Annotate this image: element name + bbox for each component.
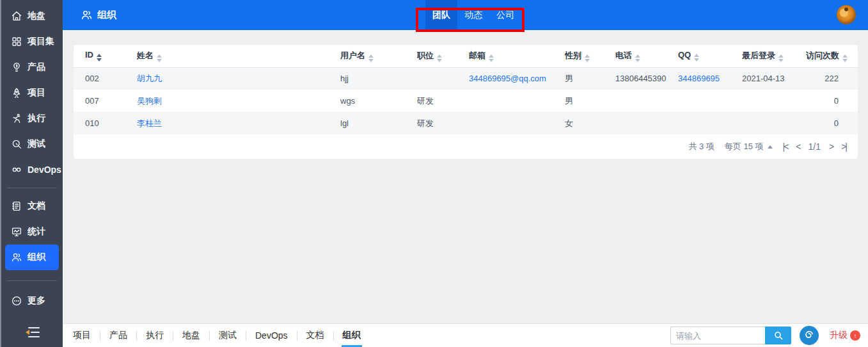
sidebar: 地盘 项目集 产品 项目 执行 [0,0,63,347]
tab-dynamics[interactable]: 动态 [457,0,489,30]
cell-id: 010 [74,112,137,134]
cell-visits: 0 [806,112,858,134]
col-header-username[interactable]: 用户名 [340,45,417,67]
program-grid-icon [10,36,22,48]
bottom-tab-execution[interactable]: 执行 [137,324,173,347]
email-link[interactable]: 344869695@qq.com [469,74,546,83]
cell-phone [615,90,678,112]
cell-qq [678,90,742,112]
sidebar-item-programs[interactable]: 项目集 [1,29,63,54]
col-header-qq[interactable]: QQ [678,45,742,67]
zentao-logo-icon[interactable] [800,326,819,345]
more-ellipsis-icon [10,295,22,307]
devops-infinity-icon [10,164,22,176]
sidebar-item-product[interactable]: 产品 [1,54,63,80]
header-tabs: 团队 动态 公司 [425,0,521,30]
team-table: ID 姓名 用户名 职位 邮箱 性别 电话 QQ 最后登录 访问次数 002 [74,45,858,134]
home-icon [10,10,22,22]
sidebar-item-doc[interactable]: 文档 [1,193,63,219]
sidebar-item-devops[interactable]: DevOps [1,157,63,182]
col-header-gender[interactable]: 性别 [565,45,615,67]
cell-position [417,67,469,90]
cell-visits: 222 [806,67,858,90]
sidebar-item-label: 测试 [28,138,45,150]
sidebar-item-test[interactable]: 测试 [1,131,63,157]
user-name-link[interactable]: 胡九九 [137,74,162,83]
sidebar-item-label: 统计 [28,226,45,238]
collapse-menu-icon [26,327,40,337]
bottom-tab-product[interactable]: 产品 [100,324,136,347]
col-header-phone[interactable]: 电话 [615,45,678,67]
sidebar-item-label: 更多 [28,295,45,307]
table-row: 010 李桂兰 lgl 研发 女 0 [74,112,858,134]
search-input[interactable] [670,327,765,344]
user-name-link[interactable]: 李桂兰 [137,118,162,128]
tab-team[interactable]: 团队 [425,0,457,30]
sidebar-item-execution[interactable]: 执行 [1,106,63,131]
col-header-position[interactable]: 职位 [417,45,469,67]
sidebar-item-label: 执行 [28,113,45,124]
page-title: 组织 [81,0,116,30]
pagination-total: 共 3 项 [688,141,714,152]
sort-icon [635,54,640,62]
sidebar-item-project[interactable]: 项目 [1,80,63,106]
sort-icon [842,54,848,62]
sort-icon [97,54,102,61]
sidebar-collapse-button[interactable] [1,323,64,342]
qq-link[interactable]: 344869695 [678,74,720,83]
sort-icon [585,54,590,62]
per-page-selector[interactable]: 每页 15 项 [725,141,773,152]
col-header-name[interactable]: 姓名 [137,45,340,67]
col-header-email[interactable]: 邮箱 [469,45,565,67]
sidebar-item-home[interactable]: 地盘 [1,3,63,29]
bottom-tab-devops[interactable]: DevOps [246,324,297,347]
bottom-right-tools: 升级 ↑ [670,326,868,345]
pagination-nav: |< < 1/1 > >| [783,141,846,152]
sidebar-item-label: 项目集 [28,36,54,47]
product-bulb-icon [10,61,22,74]
tab-company[interactable]: 公司 [489,0,521,30]
col-header-visits[interactable]: 访问次数 [806,45,858,67]
upgrade-badge-icon: ↑ [850,330,860,341]
next-page-button[interactable]: > [829,141,833,152]
cell-position: 研发 [417,90,469,112]
sidebar-item-more[interactable]: 更多 [1,288,63,314]
cell-gender: 女 [565,112,615,134]
cell-gender: 男 [565,90,615,112]
prev-page-button[interactable]: < [796,141,800,152]
cell-last-login [742,112,806,134]
upgrade-button[interactable]: 升级 ↑ [830,330,860,341]
bottom-tab-home[interactable]: 地盘 [173,324,209,347]
col-header-id[interactable]: ID [74,45,137,67]
sidebar-item-label: 文档 [28,200,45,212]
cell-last-login [742,90,806,112]
bottom-tab-test[interactable]: 测试 [210,324,246,347]
sidebar-item-label: 组织 [28,252,45,263]
sidebar-item-stats[interactable]: 统计 [1,219,63,245]
cell-gender: 男 [565,67,615,90]
page-indicator: 1/1 [809,141,821,152]
user-name-link[interactable]: 吴狗剩 [137,96,162,106]
bottom-tab-doc[interactable]: 文档 [297,324,333,347]
col-header-last-login[interactable]: 最后登录 [742,45,806,67]
bottom-tab-project[interactable]: 项目 [64,324,100,347]
search-button[interactable] [765,327,791,344]
avatar[interactable] [837,5,856,24]
org-users-icon [10,252,22,264]
first-page-button[interactable]: |< [783,141,788,152]
stats-monitor-icon [10,226,22,238]
sidebar-item-org[interactable]: 组织 [5,245,59,270]
sidebar-item-label: 项目 [28,87,45,99]
execution-runner-icon [10,113,22,125]
sort-icon [437,54,442,62]
cell-username: hjj [340,67,417,90]
pagination-bar: 共 3 项 每页 15 项 |< < 1/1 > >| [74,134,858,159]
caret-up-icon [768,145,773,149]
bottom-app-bar: 项目 产品 执行 地盘 测试 DevOps 文档 组织 升级 [63,323,868,347]
test-magnifier-icon [10,138,22,150]
cell-email [469,90,565,112]
doc-icon [10,200,22,213]
cell-email [469,112,565,134]
last-page-button[interactable]: >| [841,141,846,152]
bottom-tab-org[interactable]: 组织 [334,324,370,347]
